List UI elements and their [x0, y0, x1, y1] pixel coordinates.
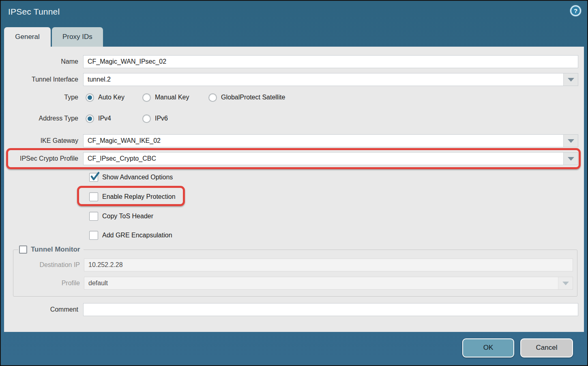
tunnel-interface-label: Tunnel Interface — [4, 76, 83, 83]
tab-bar: General Proxy IDs — [4, 27, 587, 47]
name-row: Name CF_Magic_WAN_IPsec_02 — [4, 55, 584, 68]
tunnel-monitor-checkbox[interactable] — [19, 245, 27, 254]
add-gre-encapsulation-checkbox[interactable]: Add GRE Encapsulation — [89, 231, 172, 240]
radio-unselected-icon — [142, 114, 151, 123]
ipsec-crypto-profile-row: IPSec Crypto Profile CF_IPsec_Crypto_CBC — [4, 152, 584, 165]
type-row: Type Auto Key Manual Key GlobalProtect S… — [4, 92, 584, 103]
radio-manual-key[interactable]: Manual Key — [141, 93, 207, 102]
profile-select: default — [84, 277, 573, 290]
chevron-down-icon — [568, 139, 574, 143]
destination-ip-input: 10.252.2.28 — [84, 258, 573, 271]
ipsec-crypto-profile-label: IPSec Crypto Profile — [4, 155, 83, 162]
enable-replay-protection-row: Enable Replay Protection — [89, 192, 584, 201]
tunnel-interface-select[interactable]: tunnel.2 — [83, 73, 578, 86]
ike-gateway-select[interactable]: CF_Magic_WAN_IKE_02 — [83, 134, 578, 147]
profile-row: Profile default — [13, 277, 573, 290]
checkbox-unchecked-icon — [89, 192, 98, 201]
radio-unselected-icon — [142, 93, 151, 102]
name-input[interactable]: CF_Magic_WAN_IPsec_02 — [83, 55, 578, 68]
type-label: Type — [4, 94, 83, 101]
cancel-button[interactable]: Cancel — [520, 338, 573, 357]
tab-proxy-ids[interactable]: Proxy IDs — [52, 27, 103, 47]
comment-input[interactable] — [83, 303, 578, 316]
dialog-title: IPSec Tunnel — [8, 7, 60, 16]
enable-replay-protection-checkbox[interactable]: Enable Replay Protection — [89, 192, 176, 201]
comment-row: Comment — [4, 303, 584, 316]
show-advanced-options-checkbox[interactable]: Show Advanced Options — [89, 173, 173, 182]
tunnel-interface-row: Tunnel Interface tunnel.2 — [4, 73, 584, 86]
show-advanced-options-row: Show Advanced Options — [89, 172, 584, 182]
tunnel-monitor-legend: Tunnel Monitor — [18, 245, 84, 254]
profile-dropdown-button — [558, 277, 573, 289]
general-tab-panel: Name CF_Magic_WAN_IPsec_02 Tunnel Interf… — [4, 47, 584, 332]
ipsec-crypto-profile-select[interactable]: CF_IPsec_Crypto_CBC — [83, 152, 578, 165]
chevron-down-icon — [568, 157, 574, 161]
destination-ip-label: Destination IP — [13, 261, 84, 269]
dialog-titlebar: IPSec Tunnel ? — [1, 1, 587, 18]
comment-label: Comment — [4, 306, 83, 313]
radio-globalprotect-satellite[interactable]: GlobalProtect Satellite — [207, 93, 285, 102]
ike-gateway-dropdown-button[interactable] — [563, 135, 578, 147]
chevron-down-icon — [568, 78, 574, 82]
checkbox-unchecked-icon — [89, 212, 98, 221]
radio-selected-icon — [86, 114, 94, 123]
radio-unselected-icon — [208, 93, 217, 102]
tunnel-monitor-section: Tunnel Monitor Destination IP 10.252.2.2… — [13, 245, 577, 297]
address-type-label: Address Type — [4, 115, 83, 122]
chevron-down-icon — [562, 282, 569, 285]
ike-gateway-row: IKE Gateway CF_Magic_WAN_IKE_02 — [4, 134, 584, 147]
copy-tos-header-checkbox[interactable]: Copy ToS Header — [89, 212, 153, 221]
ipsec-tunnel-dialog: IPSec Tunnel ? General Proxy IDs Name CF… — [0, 0, 588, 366]
ok-button[interactable]: OK — [462, 338, 514, 357]
dialog-footer: OK Cancel — [2, 331, 586, 364]
checkbox-checked-icon — [89, 173, 98, 182]
ipsec-crypto-profile-dropdown-button[interactable] — [563, 153, 578, 165]
radio-ipv4[interactable]: IPv4 — [84, 114, 141, 123]
add-gre-encapsulation-row: Add GRE Encapsulation — [89, 230, 584, 240]
radio-selected-icon — [86, 93, 94, 102]
tunnel-interface-dropdown-button[interactable] — [563, 73, 578, 86]
copy-tos-header-row: Copy ToS Header — [89, 211, 584, 221]
radio-auto-key[interactable]: Auto Key — [84, 93, 141, 102]
profile-label: Profile — [13, 280, 84, 287]
radio-ipv6[interactable]: IPv6 — [141, 114, 168, 123]
help-icon[interactable]: ? — [570, 5, 581, 16]
address-type-row: Address Type IPv4 IPv6 — [4, 113, 584, 124]
checkbox-unchecked-icon — [89, 231, 98, 240]
ike-gateway-label: IKE Gateway — [4, 137, 83, 144]
tunnel-monitor-title: Tunnel Monitor — [31, 245, 80, 254]
destination-ip-row: Destination IP 10.252.2.28 — [13, 258, 573, 271]
name-label: Name — [4, 58, 83, 65]
tab-general[interactable]: General — [4, 27, 51, 47]
